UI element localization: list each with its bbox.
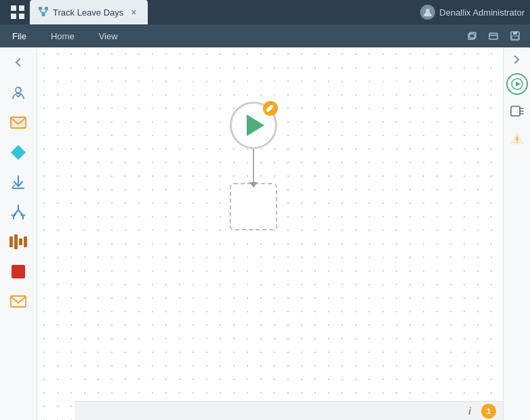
tab-area: Track Leave Days × [30,0,420,24]
svg-rect-17 [513,32,517,35]
track-leave-days-tab[interactable]: Track Leave Days × [30,0,148,24]
sidebar-item-split[interactable] [5,198,32,226]
svg-marker-22 [11,145,26,160]
user-area: Denallix Administrator [420,5,525,20]
svg-rect-18 [512,36,518,39]
menu-bar: File Home View [0,24,530,47]
svg-point-19 [16,87,21,93]
svg-rect-0 [11,5,16,11]
right-sidebar-toggle[interactable] [508,50,527,69]
svg-rect-4 [39,7,42,10]
svg-rect-26 [9,236,13,247]
main-layout: i 1 [0,47,530,420]
svg-rect-35 [511,106,520,116]
menu-file[interactable]: File [0,24,39,47]
svg-line-24 [12,185,15,188]
save-icon[interactable] [506,26,525,45]
menu-view[interactable]: View [87,24,130,47]
empty-node[interactable] [230,183,277,230]
sidebar-item-mail[interactable] [5,109,32,136]
restore-icon[interactable] [462,26,481,45]
svg-rect-30 [12,265,25,278]
svg-rect-1 [19,5,24,11]
right-item-start[interactable] [506,73,528,95]
right-item-warning[interactable] [506,127,528,149]
notification-badge[interactable]: 1 [481,404,496,419]
svg-rect-31 [11,296,26,307]
svg-rect-27 [14,234,18,249]
sidebar-item-queue[interactable] [5,228,32,255]
right-sidebar [503,47,530,420]
svg-rect-20 [11,117,26,128]
sidebar-item-task[interactable] [5,79,32,106]
svg-marker-34 [516,82,521,87]
sidebar-item-message[interactable] [5,288,32,315]
svg-line-10 [43,12,47,13]
svg-rect-14 [489,33,497,39]
wrench-badge [263,101,278,116]
sidebar-item-stop[interactable] [5,258,32,285]
svg-rect-3 [19,14,24,19]
play-icon [247,114,264,136]
top-bar: Track Leave Days × Denallix Administrato… [0,0,530,24]
svg-rect-29 [24,236,27,247]
tab-label: Track Leave Days [53,7,123,18]
flow-icon [38,6,49,19]
menu-home[interactable]: Home [39,24,87,47]
svg-rect-5 [45,7,48,10]
canvas-area[interactable]: i 1 [37,47,503,420]
svg-point-41 [516,142,518,143]
flow-diagram [230,102,277,230]
username-label: Denallix Administrator [439,7,525,18]
svg-line-9 [41,12,44,13]
left-sidebar [0,47,37,420]
maximize-icon[interactable] [484,26,503,45]
app-logo[interactable] [5,0,30,24]
canvas-content [37,47,503,420]
bottom-bar: i 1 [75,401,503,420]
right-item-step[interactable] [506,100,528,122]
start-node[interactable] [230,102,277,149]
sidebar-item-download[interactable] [5,169,32,196]
svg-rect-2 [11,14,16,19]
info-icon[interactable]: i [462,404,477,419]
svg-rect-6 [42,13,45,16]
svg-rect-28 [19,238,22,245]
sidebar-item-decision[interactable] [5,139,32,166]
menu-right-icons [462,26,530,45]
left-sidebar-toggle[interactable] [6,50,30,75]
tab-close-button[interactable]: × [127,6,140,18]
user-avatar [420,5,435,20]
